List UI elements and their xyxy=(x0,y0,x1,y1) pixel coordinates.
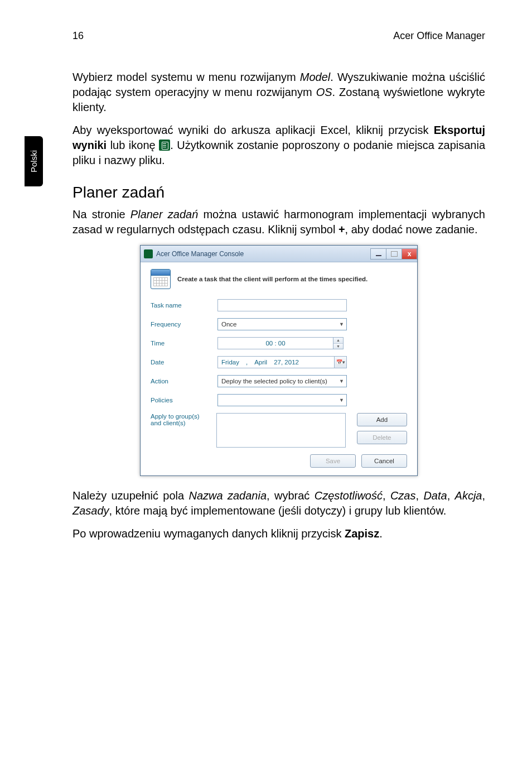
cancel-button[interactable]: Cancel xyxy=(361,454,407,468)
label-apply: Apply to group(s) and client(s) xyxy=(151,413,216,426)
row-time: Time 00 : 00 ▲ ▼ xyxy=(151,337,407,349)
text: Na stronie xyxy=(72,208,130,220)
emphasis: Model xyxy=(300,71,330,83)
app-icon xyxy=(144,249,153,258)
policies-dropdown[interactable]: ▼ xyxy=(217,394,347,406)
chevron-down-icon: ▼ xyxy=(339,321,344,327)
date-sep: , xyxy=(246,359,248,366)
text: , aby dodać nowe zadanie. xyxy=(345,223,478,236)
label-apply-line1: Apply to group(s) xyxy=(151,413,216,420)
dialog-body: Create a task that the client will perfo… xyxy=(141,262,417,475)
text: Wybierz model systemu w menu rozwijanym xyxy=(72,71,300,83)
page-header: 16 Acer Office Manager xyxy=(72,30,485,42)
save-label: Save xyxy=(326,458,340,464)
date-day: 27, 2012 xyxy=(274,359,299,366)
text: Po wprowadzeniu wymaganych danych klikni… xyxy=(72,527,345,540)
date-month: April xyxy=(254,359,267,366)
window-buttons xyxy=(370,248,417,260)
time-spinner[interactable]: ▲ ▼ xyxy=(333,337,344,349)
time-value: 00 : 00 xyxy=(265,340,285,347)
paragraph-2: Aby wyeksportować wyniki do arkusza apli… xyxy=(72,123,485,168)
apply-listbox[interactable] xyxy=(216,413,346,448)
running-head: Acer Office Manager xyxy=(393,30,485,42)
apply-button-column: Add Delete xyxy=(357,413,407,444)
row-apply: Apply to group(s) and client(s) Add Dele… xyxy=(151,413,407,448)
emphasis: Czas xyxy=(390,489,416,502)
row-frequency: Frequency Once ▼ xyxy=(151,318,407,330)
add-label: Add xyxy=(376,416,388,423)
bold: Zapisz xyxy=(345,527,379,540)
emphasis: Zasady xyxy=(72,504,109,517)
window-title: Acer Office Manager Console xyxy=(156,250,244,258)
titlebar: Acer Office Manager Console xyxy=(141,246,417,262)
emphasis: Akcja xyxy=(455,489,482,502)
language-label: Polski xyxy=(29,150,38,172)
paragraph-5: Po wprowadzeniu wymaganych danych klikni… xyxy=(72,526,485,541)
page-number: 16 xyxy=(72,30,84,42)
text: , xyxy=(415,489,423,502)
action-value: Deploy the selected policy to client(s) xyxy=(221,378,327,385)
frequency-value: Once xyxy=(221,321,237,328)
dialog-header: Create a task that the client will perfo… xyxy=(151,269,407,289)
emphasis: Częstotliwość xyxy=(315,489,383,502)
datepicker-button[interactable]: 📅▾ xyxy=(335,356,347,368)
calendar-icon xyxy=(151,269,171,289)
row-policies: Policies ▼ xyxy=(151,394,407,406)
language-tab: Polski xyxy=(25,136,43,186)
dialog-footer: Save Cancel xyxy=(151,454,407,468)
emphasis: OS xyxy=(316,86,332,98)
label-action: Action xyxy=(151,378,217,385)
paragraph-1: Wybierz model systemu w menu rozwijanym … xyxy=(72,70,485,115)
emphasis: Nazwa zadania xyxy=(189,489,267,502)
paragraph-4: Należy uzupełnić pola Nazwa zadania, wyb… xyxy=(72,488,485,518)
row-task-name: Task name xyxy=(151,299,407,311)
chevron-down-icon: ▼ xyxy=(339,397,344,403)
page-content: 16 Acer Office Manager Wybierz model sys… xyxy=(72,30,485,549)
label-frequency: Frequency xyxy=(151,321,217,328)
section-heading: Planer zadań xyxy=(72,184,485,201)
label-time: Time xyxy=(151,340,217,347)
action-dropdown[interactable]: Deploy the selected policy to client(s) … xyxy=(217,375,347,387)
spinner-up-icon: ▲ xyxy=(333,338,343,344)
label-apply-line2: and client(s) xyxy=(151,420,216,426)
task-name-input[interactable] xyxy=(217,299,347,311)
row-action: Action Deploy the selected policy to cli… xyxy=(151,375,407,387)
screenshot-dialog: Acer Office Manager Console Create a tas… xyxy=(72,245,485,476)
row-date: Date Friday , April 27, 2012 📅▾ xyxy=(151,356,407,368)
cancel-label: Cancel xyxy=(374,458,394,464)
delete-label: Delete xyxy=(373,434,391,441)
close-button[interactable] xyxy=(402,248,417,260)
label-policies: Policies xyxy=(151,397,217,403)
minimize-button[interactable] xyxy=(370,248,386,260)
dialog-description: Create a task that the client will perfo… xyxy=(177,276,367,282)
date-weekday: Friday xyxy=(221,359,239,366)
calendar-dropdown-icon: 📅▾ xyxy=(336,359,345,365)
text: , xyxy=(447,489,455,502)
text: , które mają być implementowane (jeśli d… xyxy=(109,504,447,517)
maximize-button[interactable] xyxy=(386,248,402,260)
add-button[interactable]: Add xyxy=(357,413,407,426)
text: , xyxy=(482,489,485,502)
date-input[interactable]: Friday , April 27, 2012 xyxy=(217,356,335,368)
frequency-dropdown[interactable]: Once ▼ xyxy=(217,318,347,330)
bold: + xyxy=(338,223,345,236)
spinner-down-icon: ▼ xyxy=(333,344,343,349)
text: , xyxy=(383,489,390,502)
save-button[interactable]: Save xyxy=(310,454,356,468)
titlebar-left: Acer Office Manager Console xyxy=(144,249,244,258)
text: Aby wyeksportować wyniki do arkusza apli… xyxy=(72,124,434,136)
paragraph-3: Na stronie Planer zadań można ustawić ha… xyxy=(72,207,485,237)
label-task-name: Task name xyxy=(151,302,217,309)
text: Należy uzupełnić pola xyxy=(72,489,189,502)
text: lub ikonę xyxy=(107,139,159,151)
time-input[interactable]: 00 : 00 xyxy=(217,337,333,349)
export-icon xyxy=(159,140,170,151)
dialog-window: Acer Office Manager Console Create a tas… xyxy=(140,245,418,476)
text: , wybrać xyxy=(267,489,315,502)
chevron-down-icon: ▼ xyxy=(339,378,344,384)
delete-button[interactable]: Delete xyxy=(357,431,407,444)
emphasis: Planer zadań xyxy=(130,208,198,220)
label-date: Date xyxy=(151,359,217,366)
text: . xyxy=(379,527,383,540)
emphasis: Data xyxy=(423,489,447,502)
